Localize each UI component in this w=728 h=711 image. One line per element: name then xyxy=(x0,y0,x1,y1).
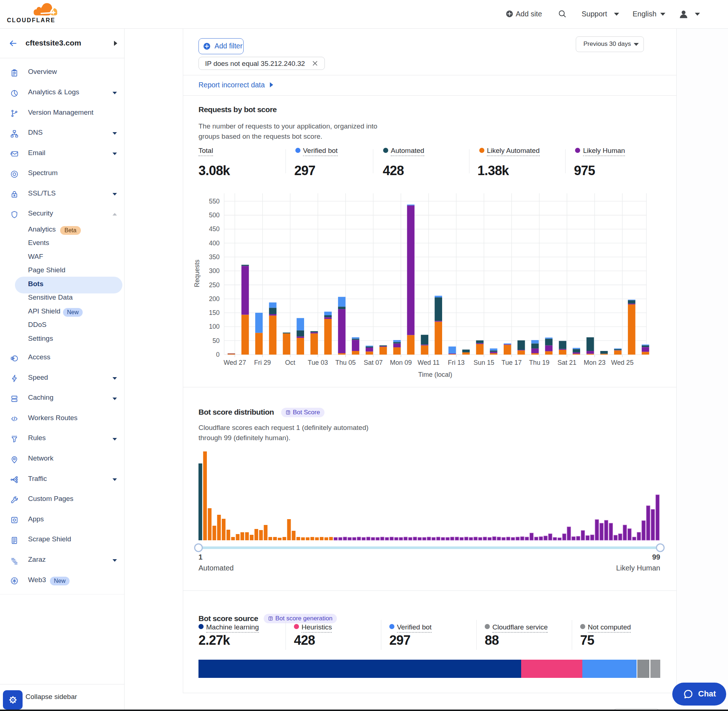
svg-text:Requests: Requests xyxy=(193,260,201,287)
svg-text:500: 500 xyxy=(209,211,220,219)
svg-text:250: 250 xyxy=(209,282,220,289)
svg-text:Mon 23: Mon 23 xyxy=(584,359,605,366)
svg-text:450: 450 xyxy=(209,225,220,233)
svg-text:Wed 27: Wed 27 xyxy=(224,359,246,366)
svg-text:300: 300 xyxy=(209,267,220,274)
svg-text:Fri 29: Fri 29 xyxy=(254,359,271,366)
svg-text:Sun 15: Sun 15 xyxy=(473,359,494,366)
svg-text:Thu 05: Thu 05 xyxy=(335,359,356,366)
svg-text:Sat 07: Sat 07 xyxy=(364,359,383,366)
svg-text:550: 550 xyxy=(209,198,220,205)
svg-text:Sat 21: Sat 21 xyxy=(558,359,576,366)
svg-text:100: 100 xyxy=(209,323,220,330)
svg-text:200: 200 xyxy=(209,295,220,302)
svg-text:Tue 03: Tue 03 xyxy=(308,359,328,366)
svg-text:50: 50 xyxy=(213,337,220,344)
svg-text:Thu 19: Thu 19 xyxy=(529,359,549,366)
svg-text:Wed 25: Wed 25 xyxy=(611,359,633,366)
svg-text:350: 350 xyxy=(209,254,220,261)
svg-text:Time (local): Time (local) xyxy=(418,371,452,378)
svg-text:Mon 09: Mon 09 xyxy=(390,359,412,366)
svg-text:Fri 13: Fri 13 xyxy=(448,359,465,366)
svg-text:Tue 17: Tue 17 xyxy=(502,359,521,366)
svg-text:Oct: Oct xyxy=(285,359,295,366)
svg-text:Wed 11: Wed 11 xyxy=(418,359,440,366)
svg-text:0: 0 xyxy=(216,351,220,358)
svg-text:CLOUDFLARE: CLOUDFLARE xyxy=(7,17,55,23)
svg-text:150: 150 xyxy=(209,309,220,316)
svg-text:400: 400 xyxy=(209,239,220,247)
